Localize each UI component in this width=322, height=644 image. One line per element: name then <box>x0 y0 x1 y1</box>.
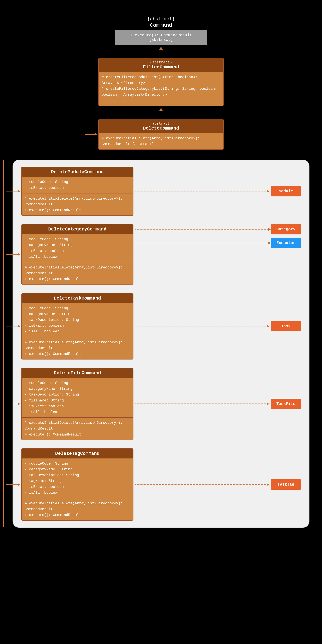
delete-command-class: {abstract} DeleteCommand # executeInitia… <box>98 119 224 150</box>
delete-command-method: # executeInitialDelete(ArrayList<Directo… <box>102 136 220 147</box>
subcommands-container: DeleteModuleCommand - moduleCode: String… <box>12 160 310 528</box>
dt-method-1: + execute(): CommandResult <box>24 351 130 357</box>
entity-tasktag: TaskTag <box>271 479 301 490</box>
subcommand-row-0: DeleteModuleCommand - moduleCode: String… <box>21 167 301 216</box>
uml-diagram: {abstract} Command + execute(): CommandR… <box>0 0 322 534</box>
dt-field-0: - moduleCode: String <box>24 306 130 311</box>
dm-field-1: - isExact: boolean <box>24 185 130 191</box>
entity-task: Task <box>271 321 301 332</box>
left-arrow-0 <box>6 190 20 193</box>
subcommand-row-4: DeleteTagCommand - moduleCode: String - … <box>21 448 301 521</box>
filter-method-2: # createFilteredCategoryList(String, Str… <box>102 86 220 98</box>
delete-category-box: DeleteCategoryCommand - moduleCode: Stri… <box>21 224 134 285</box>
delete-category-name: DeleteCategoryCommand <box>23 227 132 232</box>
abstract-command-method: + execute(): CommandResult {abstract} <box>115 30 207 45</box>
abstract-command-name: Command <box>115 22 207 28</box>
dc-method-0: # executeInitialDelete(ArrayList<Directo… <box>24 265 130 276</box>
dc-field-1: - categoryName: String <box>24 242 130 248</box>
dtag-field-3: - tagName: String <box>24 478 130 484</box>
dtag-field-5: - isAll: boolean <box>24 490 130 496</box>
df-field-3: - filename: String <box>24 398 130 404</box>
dm-method-1: + execute(): CommandResult <box>24 207 130 213</box>
dt-field-4: - isAll: boolean <box>24 328 130 334</box>
dm-field-0: - moduleCode: String <box>24 179 130 185</box>
dc-field-3: - isAll: boolean <box>24 254 130 260</box>
delete-task-box: DeleteTaskCommand - moduleCode: String -… <box>21 293 134 360</box>
dtag-method-0: # executeInitialDelete(ArrayList<Directo… <box>24 500 130 512</box>
delete-category-fields: - moduleCode: String - categoryName: Str… <box>22 234 133 262</box>
df-method-0: # executeInitialDelete(ArrayList<Directo… <box>24 420 130 432</box>
delete-file-box: DeleteFileCommand - moduleCode: String -… <box>21 368 134 440</box>
entity-module: Module <box>271 186 301 196</box>
delete-task-name: DeleteTaskCommand <box>23 296 132 301</box>
delete-task-fields: - moduleCode: String - categoryName: Str… <box>22 303 133 337</box>
delete-command-box: {abstract} DeleteCommand # executeInitia… <box>98 119 224 150</box>
df-field-4: - isExact: boolean <box>24 404 130 409</box>
filter-command-name: FilterCommand <box>100 64 222 70</box>
v-connector-line <box>3 160 4 527</box>
abstract-command-class: {abstract} Command + execute(): CommandR… <box>115 16 207 45</box>
entity-category: Category <box>271 224 301 234</box>
left-arrow-2 <box>6 325 20 328</box>
dc-field-2: - isExact: boolean <box>24 248 130 254</box>
delete-tag-header: DeleteTagCommand <box>22 449 133 458</box>
delete-category-command: DeleteCategoryCommand - moduleCode: Stri… <box>21 224 134 285</box>
dc-field-0: - moduleCode: String <box>24 236 130 242</box>
entity-taskfile: TaskFile <box>271 399 301 409</box>
delete-file-methods: # executeInitialDelete(ArrayList<Directo… <box>22 418 133 440</box>
delete-file-command: DeleteFileCommand - moduleCode: String -… <box>21 368 134 440</box>
left-arrow-1 <box>6 253 20 256</box>
bottom-section: DeleteModuleCommand - moduleCode: String… <box>12 160 310 528</box>
delete-module-header: DeleteModuleCommand <box>22 167 133 177</box>
dt-field-2: - taskDescription: String <box>24 317 130 323</box>
delete-module-methods: # executeInitialDelete(ArrayList<Directo… <box>22 194 133 216</box>
delete-tag-name: DeleteTagCommand <box>23 451 132 456</box>
filter-command-box: {abstract} FilterCommand # createFiltere… <box>98 58 224 106</box>
subcommand-row-3: DeleteFileCommand - moduleCode: String -… <box>21 368 301 440</box>
dtag-field-4: - isExact: boolean <box>24 484 130 490</box>
delete-task-command: DeleteTaskCommand - moduleCode: String -… <box>21 293 134 360</box>
dashed-line-3 <box>135 404 269 404</box>
entity-executor: Executor <box>271 238 301 248</box>
delete-module-fields: - moduleCode: String - isExact: boolean <box>22 177 133 193</box>
delete-module-name: DeleteModuleCommand <box>23 169 132 174</box>
delete-tag-command: DeleteTagCommand - moduleCode: String - … <box>21 448 134 521</box>
left-arrow-4 <box>6 483 20 486</box>
delete-tag-methods: # executeInitialDelete(ArrayList<Directo… <box>22 498 133 520</box>
subcommand-row-1: DeleteCategoryCommand - moduleCode: Stri… <box>21 224 301 285</box>
dtag-field-2: - taskDescription: String <box>24 472 130 478</box>
dc-method-1: + execute(): CommandResult <box>24 276 130 282</box>
delete-file-name: DeleteFileCommand <box>23 370 132 376</box>
dtag-method-1: + execute(): CommandResult <box>24 512 130 518</box>
dt-method-0: # executeInitialDelete(ArrayList<Directo… <box>24 340 130 351</box>
left-arrow-3 <box>6 402 20 405</box>
delete-category-methods: # executeInitialDelete(ArrayList<Directo… <box>22 262 133 284</box>
df-method-1: + execute(): CommandResult <box>24 432 130 438</box>
delete-command-stereotype: {abstract} <box>100 122 222 126</box>
dt-field-1: - categoryName: String <box>24 311 130 317</box>
dashed-line-4 <box>135 484 269 485</box>
filter-command-class: {abstract} FilterCommand # createFiltere… <box>98 58 224 106</box>
df-field-2: - taskDescription: String <box>24 392 130 398</box>
dt-field-3: - isExact: boolean <box>24 323 130 328</box>
delete-module-box: DeleteModuleCommand - moduleCode: String… <box>21 167 134 216</box>
dashed-line-0 <box>135 191 269 192</box>
delete-tag-box: DeleteTagCommand - moduleCode: String - … <box>21 448 134 521</box>
delete-command-name: DeleteCommand <box>100 126 222 131</box>
delete-file-fields: - moduleCode: String - categoryName: Str… <box>22 378 133 417</box>
delete-task-header: DeleteTaskCommand <box>22 294 133 303</box>
dtag-field-0: - moduleCode: String <box>24 461 130 466</box>
dm-method-0: # executeInitialDelete(ArrayList<Directo… <box>24 196 130 207</box>
delete-command-header: {abstract} DeleteCommand <box>99 119 223 133</box>
delete-command-body: # executeInitialDelete(ArrayList<Directo… <box>99 133 223 149</box>
filter-command-header: {abstract} FilterCommand <box>99 58 223 72</box>
filter-command-stereotype: {abstract} <box>100 60 222 64</box>
delete-module-command: DeleteModuleCommand - moduleCode: String… <box>21 167 134 216</box>
df-field-0: - moduleCode: String <box>24 380 130 386</box>
dtag-field-1: - categoryName: String <box>24 466 130 472</box>
subcommand-row-2: DeleteTaskCommand - moduleCode: String -… <box>21 293 301 360</box>
filter-method-3: ... ... ... <box>102 98 220 104</box>
delete-task-methods: # executeInitialDelete(ArrayList<Directo… <box>22 337 133 359</box>
delete-file-header: DeleteFileCommand <box>22 368 133 378</box>
dashed-line-2 <box>135 326 269 326</box>
